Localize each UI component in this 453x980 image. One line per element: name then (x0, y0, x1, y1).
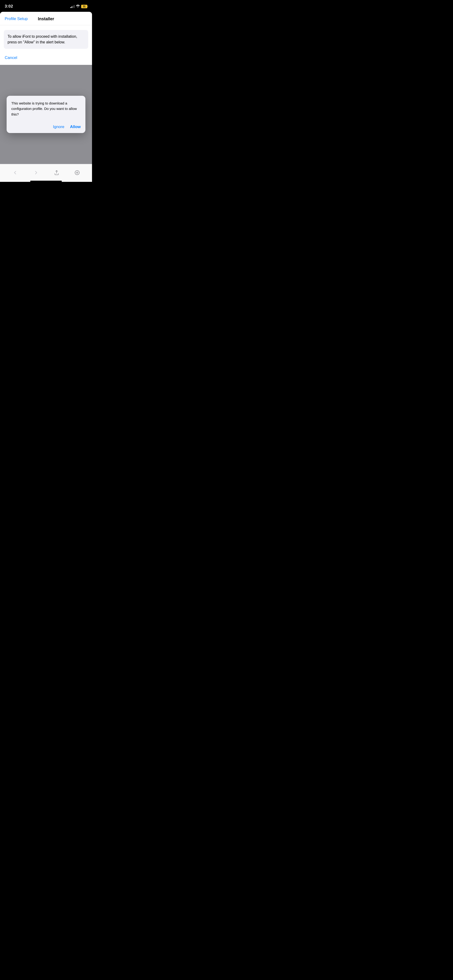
svg-point-6 (77, 172, 78, 173)
share-button[interactable] (52, 168, 61, 177)
page-title: Installer (38, 16, 54, 21)
cancel-section: Cancel (0, 54, 92, 65)
back-icon (12, 170, 18, 175)
home-indicator (30, 181, 62, 182)
profile-setup-back-link[interactable]: Profile Setup (5, 16, 28, 21)
back-button[interactable] (10, 168, 20, 177)
forward-button[interactable] (31, 168, 41, 177)
browser-bar (0, 164, 92, 182)
svg-point-1 (75, 170, 79, 175)
share-icon (54, 170, 59, 175)
profile-header: Profile Setup Installer (0, 12, 92, 25)
instruction-text: To allow iFont to proceed with installat… (8, 35, 77, 44)
ignore-button[interactable]: Ignore (53, 124, 64, 130)
compass-button[interactable] (73, 168, 81, 177)
cancel-button[interactable]: Cancel (5, 56, 17, 60)
alert-message: This website is trying to download a con… (11, 100, 81, 117)
profile-sheet: Profile Setup Installer To allow iFont t… (0, 12, 92, 65)
forward-icon (33, 170, 39, 175)
overlay-area: This website is trying to download a con… (0, 65, 92, 164)
status-bar: 3:02 31 (0, 0, 92, 12)
wifi-icon (76, 5, 80, 8)
alert-dialog: This website is trying to download a con… (6, 96, 85, 133)
battery-icon: 31 (81, 5, 87, 8)
compass-icon (75, 170, 80, 175)
alert-buttons: Ignore Allow (11, 121, 81, 133)
status-icons: 31 (70, 5, 87, 8)
browser-nav (0, 167, 92, 179)
status-time: 3:02 (5, 4, 13, 9)
instruction-box: To allow iFont to proceed with installat… (4, 30, 88, 49)
allow-button[interactable]: Allow (70, 124, 81, 130)
signal-icon (70, 5, 75, 8)
